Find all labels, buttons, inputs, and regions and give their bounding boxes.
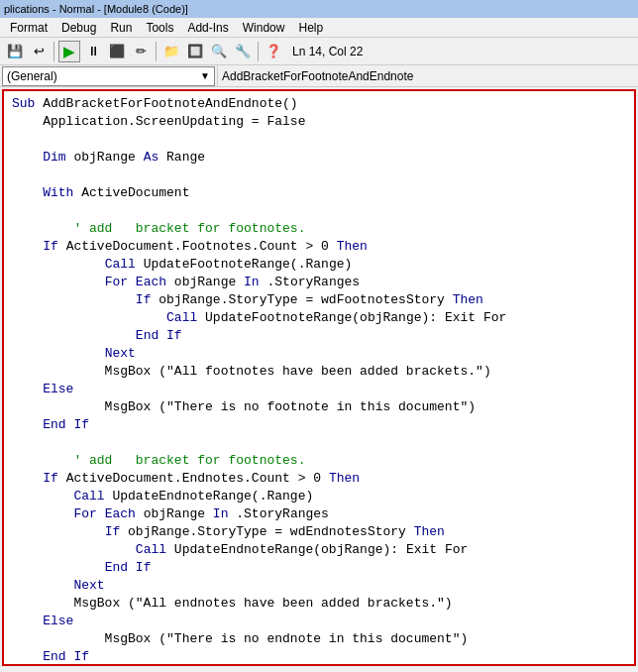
code-content: Sub AddBracketForFootnoteAndEndnote() Ap…	[4, 91, 634, 666]
help-button[interactable]: ❓	[263, 41, 284, 62]
code-line: For Each objRange In .StoryRanges	[12, 274, 626, 291]
run-button[interactable]: ▶	[58, 41, 80, 62]
separator-2	[156, 42, 157, 61]
code-line	[12, 434, 626, 452]
undo-button[interactable]: ↩	[28, 41, 50, 62]
properties-button[interactable]: 🔲	[184, 41, 206, 62]
code-line: Call UpdateFootnoteRange(objRange): Exit…	[12, 309, 626, 327]
reset-button[interactable]: ⬛	[106, 41, 128, 62]
code-line: Next	[12, 345, 626, 363]
code-line: Call UpdateFootnoteRange(.Range)	[12, 256, 626, 274]
code-line: MsgBox ("There is no footnote in this do…	[12, 398, 626, 416]
code-line: End If	[12, 416, 626, 434]
menu-help[interactable]: Help	[292, 20, 329, 36]
menu-window[interactable]: Window	[237, 20, 291, 36]
code-line: If objRange.StoryType = wdFootnotesStory…	[12, 291, 626, 309]
toolbox-button[interactable]: 🔧	[232, 41, 254, 62]
code-line: MsgBox ("All footnotes have been added b…	[12, 363, 626, 381]
code-line	[12, 167, 626, 184]
project-button[interactable]: 📁	[160, 41, 182, 62]
title-bar: plications - Normal - [Module8 (Code)]	[0, 0, 638, 18]
code-line: End If	[12, 327, 626, 345]
title-text: plications - Normal - [Module8 (Code)]	[4, 3, 188, 15]
break-button[interactable]: ⏸	[82, 41, 104, 62]
code-line: Call UpdateEndnoteRange(.Range)	[12, 488, 626, 505]
code-line: Call UpdateEndnoteRange(objRange): Exit …	[12, 541, 626, 559]
general-dropdown[interactable]: (General) ▼	[2, 66, 215, 86]
procedure-dropdown[interactable]: AddBracketForFootnoteAndEndnote	[218, 65, 638, 86]
code-line: MsgBox ("All endnotes have been added br…	[12, 595, 626, 613]
code-line	[12, 202, 626, 220]
code-line: Next	[12, 577, 626, 595]
dropdown-arrow-icon: ▼	[200, 70, 210, 81]
code-line: With ActiveDocument	[12, 184, 626, 202]
code-header: (General) ▼ AddBracketForFootnoteAndEndn…	[0, 65, 638, 87]
cursor-position: Ln 14, Col 22	[292, 45, 363, 58]
code-line: If ActiveDocument.Endnotes.Count > 0 The…	[12, 470, 626, 488]
code-line: Dim objRange As Range	[12, 149, 626, 167]
save-button[interactable]: 💾	[4, 41, 26, 62]
code-line: MsgBox ("There is no endnote in this doc…	[12, 630, 626, 648]
objbrowser-button[interactable]: 🔍	[208, 41, 230, 62]
general-dropdown-container: (General) ▼	[0, 65, 218, 86]
menu-addins[interactable]: Add-Ins	[181, 20, 234, 36]
menu-debug[interactable]: Debug	[55, 20, 102, 36]
code-line	[12, 131, 626, 149]
code-line: For Each objRange In .StoryRanges	[12, 505, 626, 523]
code-line: End If	[12, 648, 626, 666]
code-line: If ActiveDocument.Footnotes.Count > 0 Th…	[12, 238, 626, 256]
menu-run[interactable]: Run	[104, 20, 138, 36]
code-line: Else	[12, 381, 626, 398]
menu-tools[interactable]: Tools	[140, 20, 179, 36]
toolbar: 💾 ↩ ▶ ⏸ ⬛ ✏ 📁 🔲 🔍 🔧 ❓ Ln 14, Col 22	[0, 38, 638, 65]
separator-1	[53, 42, 54, 61]
menu-format[interactable]: Format	[4, 20, 53, 36]
menu-bar: Format Debug Run Tools Add-Ins Window He…	[0, 18, 638, 38]
code-line: Else	[12, 613, 626, 630]
code-line: ' add bracket for footnotes.	[12, 220, 626, 238]
code-line: ' add bracket for footnotes.	[12, 452, 626, 470]
design-button[interactable]: ✏	[130, 41, 152, 62]
code-line: Application.ScreenUpdating = False	[12, 113, 626, 131]
general-dropdown-value: (General)	[7, 69, 57, 83]
code-line: Sub AddBracketForFootnoteAndEndnote()	[12, 95, 626, 113]
code-line: If objRange.StoryType = wdEndnotesStory …	[12, 523, 626, 541]
procedure-name: AddBracketForFootnoteAndEndnote	[222, 69, 413, 83]
code-editor[interactable]: Sub AddBracketForFootnoteAndEndnote() Ap…	[2, 89, 636, 666]
code-line: End If	[12, 559, 626, 577]
separator-3	[258, 42, 259, 61]
